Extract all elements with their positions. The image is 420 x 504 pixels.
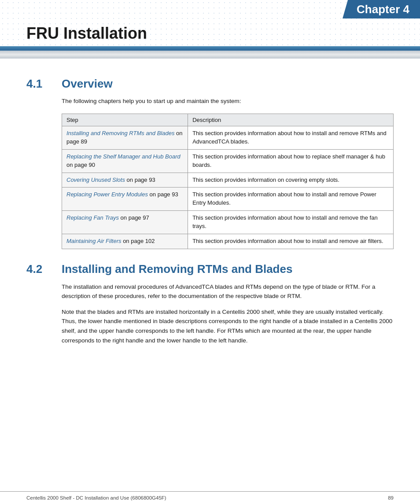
gray-decorative-bar bbox=[0, 51, 420, 59]
table-cell-step: Covering Unused Slots on page 93 bbox=[62, 173, 188, 188]
table-header-description: Description bbox=[188, 114, 394, 126]
table-cell-desc: This section provides information about … bbox=[188, 126, 394, 150]
link-suffix-3: on page 93 bbox=[125, 177, 155, 183]
link-air-filters[interactable]: Maintaining Air Filters bbox=[66, 238, 122, 244]
table-header-step: Step bbox=[62, 114, 188, 126]
table-cell-desc: This section provides information about … bbox=[188, 211, 394, 234]
header: Chapter 4 FRU Installation bbox=[0, 0, 420, 46]
section-42-paragraph1: The installation and removal procedures … bbox=[62, 282, 394, 301]
table-row: Maintaining Air Filters on page 102 This… bbox=[62, 234, 394, 249]
table-cell-desc: This section provides information about … bbox=[188, 234, 394, 249]
section-41-number: 4.1 bbox=[26, 77, 53, 91]
link-installing-rtms[interactable]: Installing and Removing RTMs and Blades bbox=[66, 130, 174, 136]
link-suffix-2: on page 90 bbox=[66, 162, 95, 168]
section-42-title: Installing and Removing RTMs and Blades bbox=[62, 262, 292, 276]
table-cell-step: Replacing Power Entry Modules on page 93 bbox=[62, 188, 188, 211]
overview-table: Step Description Installing and Removing… bbox=[62, 114, 394, 249]
main-content: 4.1 Overview The following chapters help… bbox=[0, 59, 420, 378]
section-42: 4.2 Installing and Removing RTMs and Bla… bbox=[26, 262, 394, 346]
link-replacing-shelf[interactable]: Replacing the Shelf Manager and Hub Boar… bbox=[66, 153, 181, 160]
table-cell-desc: This section provides information about … bbox=[188, 188, 394, 211]
link-fan-trays[interactable]: Replacing Fan Trays bbox=[66, 214, 119, 221]
table-row: Replacing the Shelf Manager and Hub Boar… bbox=[62, 149, 394, 173]
footer-left: Centellis 2000 Shelf - DC Installation a… bbox=[26, 495, 166, 500]
page-title: FRU Installation bbox=[26, 24, 147, 43]
chapter-label: Chapter 4 bbox=[357, 3, 409, 16]
section-41-heading: 4.1 Overview bbox=[26, 77, 394, 91]
footer: Centellis 2000 Shelf - DC Installation a… bbox=[0, 491, 420, 504]
chapter-badge: Chapter 4 bbox=[343, 0, 420, 18]
table-cell-step: Maintaining Air Filters on page 102 bbox=[62, 234, 188, 249]
link-power-entry[interactable]: Replacing Power Entry Modules bbox=[66, 191, 148, 198]
section-42-number: 4.2 bbox=[26, 262, 53, 276]
table-cell-step: Replacing Fan Trays on page 97 bbox=[62, 211, 188, 234]
section-42-heading: 4.2 Installing and Removing RTMs and Bla… bbox=[26, 262, 394, 276]
link-suffix-5: on page 97 bbox=[119, 214, 149, 221]
table-row: Covering Unused Slots on page 93 This se… bbox=[62, 173, 394, 188]
table-row: Replacing Power Entry Modules on page 93… bbox=[62, 188, 394, 211]
section-41-title: Overview bbox=[62, 77, 113, 91]
section-41-intro: The following chapters help you to start… bbox=[62, 97, 394, 106]
table-cell-step: Replacing the Shelf Manager and Hub Boar… bbox=[62, 149, 188, 173]
table-cell-desc: This section provides information on cov… bbox=[188, 173, 394, 188]
table-cell-desc: This section provides information about … bbox=[188, 149, 394, 173]
table-row: Replacing Fan Trays on page 97 This sect… bbox=[62, 211, 394, 234]
link-covering-slots[interactable]: Covering Unused Slots bbox=[66, 177, 125, 183]
blue-separator bbox=[0, 46, 420, 51]
table-cell-step: Installing and Removing RTMs and Blades … bbox=[62, 126, 188, 150]
link-suffix-6: on page 102 bbox=[122, 238, 155, 244]
footer-page-number: 89 bbox=[388, 495, 394, 500]
section-42-paragraph2: Note that the blades and RTMs are instal… bbox=[62, 307, 394, 345]
table-row: Installing and Removing RTMs and Blades … bbox=[62, 126, 394, 150]
link-suffix-4: on page 93 bbox=[148, 191, 178, 198]
